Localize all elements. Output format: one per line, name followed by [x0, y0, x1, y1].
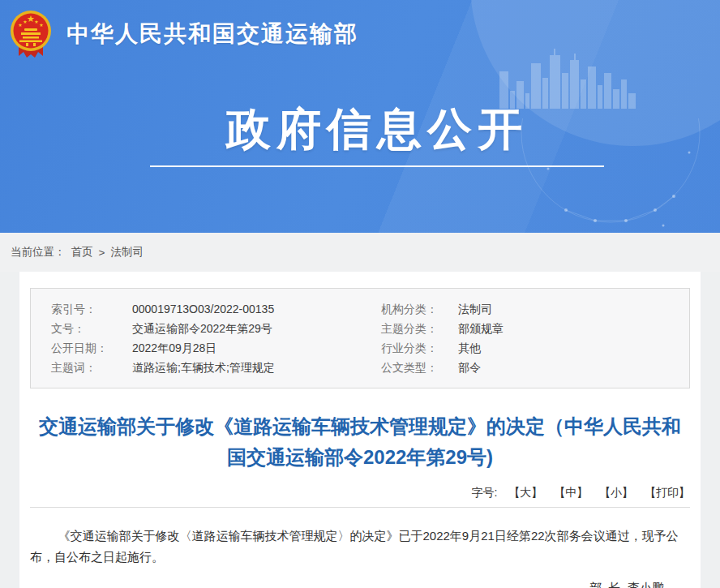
hero-banner: ★ ★ ★ ★ ★ 中华人民共和国交通运输部 政府信息公开: [0, 0, 720, 233]
banner-underline: [150, 165, 604, 167]
banner-title-block: 政府信息公开: [150, 104, 604, 167]
breadcrumb-home-link[interactable]: 首页: [71, 245, 93, 260]
breadcrumb-label: 当前位置：: [11, 245, 66, 260]
document-metadata-table: 索引号： 000019713O03/2022-00135 机构分类： 法制司 文…: [30, 288, 690, 388]
meta-value-topic-class: 部颁规章: [458, 319, 681, 338]
meta-label-index: 索引号：: [51, 299, 132, 319]
font-small-button[interactable]: 【小】: [599, 486, 633, 499]
meta-value-doc-number: 交通运输部令2022年第29号: [132, 319, 381, 338]
meta-label-publish-date: 公开日期：: [51, 338, 132, 358]
document-body: 《交通运输部关于修改〈道路运输车辆技术管理规定〉的决定》已于2022年9月21日…: [30, 526, 690, 568]
meta-label-doc-type: 公文类型：: [381, 358, 458, 377]
meta-label-industry: 行业分类：: [381, 338, 458, 358]
meta-value-org: 法制司: [458, 299, 681, 319]
signature-line: 部 长 李小鹏: [30, 581, 664, 588]
document-title: 交通运输部关于修改《道路运输车辆技术管理规定》的决定（中华人民共和国交通运输部令…: [30, 411, 690, 473]
svg-text:★: ★: [39, 23, 43, 28]
national-emblem-icon: ★ ★ ★ ★ ★: [10, 10, 52, 58]
breadcrumb-current-link[interactable]: 法制司: [110, 245, 144, 260]
print-button[interactable]: 【打印】: [645, 486, 690, 499]
breadcrumb-separator: >: [99, 247, 105, 259]
font-large-button[interactable]: 【大】: [508, 486, 542, 499]
meta-value-industry: 其他: [458, 338, 681, 358]
meta-label-doc-number: 文号：: [51, 319, 132, 338]
meta-value-index: 000019713O03/2022-00135: [132, 299, 381, 319]
page: ★ ★ ★ ★ ★ 中华人民共和国交通运输部 政府信息公开: [0, 0, 720, 588]
svg-text:★: ★: [18, 23, 22, 28]
meta-value-publish-date: 2022年09月28日: [132, 338, 381, 358]
title-divider: [30, 507, 690, 508]
site-title: 中华人民共和国交通运输部: [66, 19, 358, 49]
site-header: ★ ★ ★ ★ ★ 中华人民共和国交通运输部: [10, 10, 358, 58]
font-size-label: 字号:: [472, 486, 498, 499]
font-size-toolbar: 字号: 【大】 【中】 【小】 【打印】: [30, 486, 690, 500]
meta-label-keywords: 主题词：: [51, 358, 132, 377]
city-skyline-icon: [499, 47, 637, 112]
font-medium-button[interactable]: 【中】: [554, 486, 588, 499]
content-card: 索引号： 000019713O03/2022-00135 机构分类： 法制司 文…: [19, 272, 701, 588]
meta-label-org: 机构分类：: [381, 299, 458, 319]
meta-label-topic-class: 主题分类：: [381, 319, 458, 338]
svg-text:★: ★: [34, 19, 38, 24]
meta-value-keywords: 道路运输;车辆技术;管理规定: [132, 358, 381, 377]
banner-title: 政府信息公开: [150, 104, 604, 154]
svg-text:★: ★: [23, 19, 27, 24]
breadcrumb: 当前位置： 首页 > 法制司: [0, 233, 720, 272]
meta-value-doc-type: 部令: [458, 358, 681, 377]
